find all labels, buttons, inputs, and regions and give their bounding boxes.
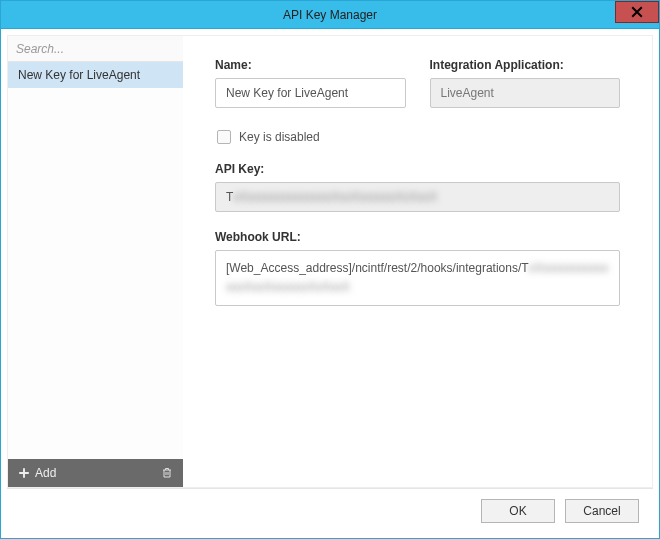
name-input[interactable]: [215, 78, 406, 108]
apikey-value-hidden: xXxxxxxxxxxxxxxxXxxXxxxxxxXxXxxX: [233, 190, 437, 204]
webhook-value-visible: [Web_Access_address]/ncintf/rest/2/hooks…: [226, 261, 529, 275]
search-input[interactable]: [8, 36, 183, 62]
trash-icon: [161, 467, 173, 479]
content-area: New Key for LiveAgent Add: [7, 35, 653, 488]
close-icon: [631, 6, 643, 18]
delete-key-button[interactable]: [161, 467, 173, 479]
sidebar: New Key for LiveAgent Add: [8, 36, 183, 487]
cancel-button[interactable]: Cancel: [565, 499, 639, 523]
key-list: New Key for LiveAgent: [8, 62, 183, 459]
field-name: Name:: [215, 58, 406, 108]
disabled-label: Key is disabled: [239, 130, 320, 144]
add-key-button[interactable]: Add: [18, 466, 56, 480]
integration-label: Integration Application:: [430, 58, 621, 72]
close-button[interactable]: [615, 1, 659, 23]
window-body: New Key for LiveAgent Add: [1, 29, 659, 538]
webhook-input[interactable]: [Web_Access_address]/ncintf/rest/2/hooks…: [215, 250, 620, 306]
key-list-item[interactable]: New Key for LiveAgent: [8, 62, 183, 88]
sidebar-footer: Add: [8, 459, 183, 487]
apikey-input: TxXxxxxxxxxxxxxxxXxxXxxxxxxXxXxxX: [215, 182, 620, 212]
api-key-manager-window: API Key Manager New Key for LiveAgent: [0, 0, 660, 539]
section-apikey: API Key: TxXxxxxxxxxxxxxxxXxxXxxxxxxXxXx…: [215, 162, 620, 212]
webhook-label: Webhook URL:: [215, 230, 620, 244]
name-label: Name:: [215, 58, 406, 72]
button-bar: OK Cancel: [7, 488, 653, 532]
section-webhook: Webhook URL: [Web_Access_address]/ncintf…: [215, 230, 620, 306]
field-integration: Integration Application:: [430, 58, 621, 108]
add-label: Add: [35, 466, 56, 480]
integration-input: [430, 78, 621, 108]
disabled-checkbox[interactable]: [217, 130, 231, 144]
details-panel: Name: Integration Application: Key is di…: [183, 36, 652, 487]
apikey-label: API Key:: [215, 162, 620, 176]
plus-icon: [18, 467, 30, 479]
titlebar: API Key Manager: [1, 1, 659, 29]
ok-button[interactable]: OK: [481, 499, 555, 523]
disabled-row: Key is disabled: [217, 130, 620, 144]
window-title: API Key Manager: [283, 8, 377, 22]
